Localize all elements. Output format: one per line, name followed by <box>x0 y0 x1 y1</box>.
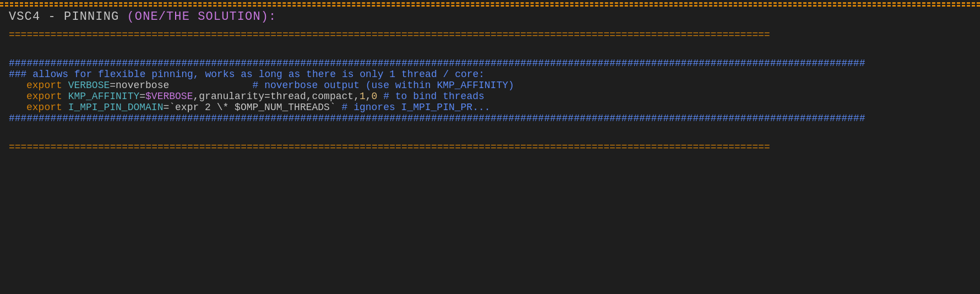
kmp-rest: ,granularity=thread,compact, <box>193 91 359 102</box>
page-container: VSC4 - PINNING (ONE/THE SOLUTION): =====… <box>0 0 980 294</box>
verbose-eq: =noverbose <box>110 80 169 91</box>
code-block: ########################################… <box>0 49 980 128</box>
impi-var: I_MPI_PIN_DOMAIN <box>68 102 164 113</box>
equals-separator-bottom: ========================================… <box>0 139 980 155</box>
comment-line: ### allows for flexible pinning, works a… <box>9 69 971 80</box>
kmp-num1: 1 <box>360 91 366 102</box>
kmp-var: KMP_AFFINITY <box>68 91 140 102</box>
export-kw-2: export <box>26 91 62 102</box>
spacer-2 <box>0 128 980 135</box>
spaces-1 <box>175 80 247 91</box>
title-bar: VSC4 - PINNING (ONE/THE SOLUTION): <box>0 7 980 27</box>
equals-separator-top: ========================================… <box>0 27 980 42</box>
verbose-var: VERBOSE <box>68 80 110 91</box>
code-line-2: export KMP_AFFINITY=$VERBOSE,granularity… <box>9 91 971 102</box>
line1-comment: # noverbose output (use within KMP_AFFIN… <box>253 80 514 91</box>
code-line-1: export VERBOSE=noverbose # noverbose out… <box>9 80 971 91</box>
impi-eq: =`expr 2 \* $OMP_NUM_THREADS` <box>163 102 335 113</box>
hash-line-top: ########################################… <box>9 58 971 69</box>
code-line-3: export I_MPI_PIN_DOMAIN=`expr 2 \* $OMP_… <box>9 102 971 113</box>
hash-line-bottom: ########################################… <box>9 113 971 124</box>
kmp-val: $VERBOSE <box>145 91 193 102</box>
spacer-1 <box>0 42 980 49</box>
top-dashed-border <box>0 0 980 7</box>
export-kw-3: export <box>26 102 62 113</box>
kmp-num2: 0 <box>372 91 378 102</box>
title-highlight: (ONE/THE SOLUTION): <box>127 10 277 24</box>
export-kw-1: export <box>26 80 62 91</box>
title-prefix: VSC4 - PINNING <box>9 10 127 24</box>
line2-comment: # to bind threads <box>383 91 484 102</box>
kmp-eq: = <box>139 91 145 102</box>
dashed-line-top <box>0 2 980 7</box>
line3-comment: # ignores I_MPI_PIN_PR... <box>342 102 491 113</box>
kmp-comma: , <box>366 91 372 102</box>
